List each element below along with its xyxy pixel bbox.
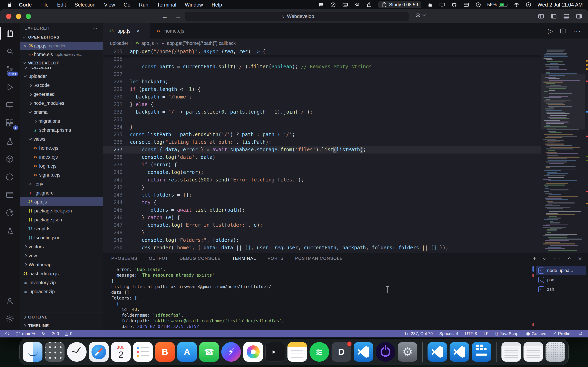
dock-terminal[interactable]: >_	[265, 342, 285, 362]
file-uploader.zip[interactable]: ▦uploader.zip	[20, 287, 103, 296]
file-tsconfig.json[interactable]: {}tsconfig.json	[20, 233, 103, 242]
toggle-panel-icon[interactable]	[563, 13, 570, 20]
menu-item-terminal[interactable]: Terminal	[153, 2, 181, 8]
folder-TODOLIST[interactable]: TODOLIST	[20, 67, 103, 72]
dock-messenger[interactable]: ⚡	[221, 342, 241, 362]
dock-app-store[interactable]: A	[177, 342, 197, 362]
dock-vscode[interactable]	[354, 342, 373, 362]
dock-whatsapp[interactable]: ☎	[199, 342, 219, 362]
file-hashedmap.js[interactable]: JShashedmap.js	[20, 269, 103, 278]
open-editor-app.js[interactable]: ×JSapp.jsuploader	[20, 42, 103, 50]
menu-item-window[interactable]: Window	[181, 2, 207, 8]
more-actions-icon[interactable]: ···	[573, 27, 581, 34]
activity-source-control[interactable]: 16K+	[0, 60, 20, 78]
folder-generated[interactable]: generated	[20, 90, 103, 99]
minimize-window-button[interactable]	[16, 14, 21, 19]
focus-timer[interactable]: Study 0:08:59	[378, 1, 421, 8]
folder-vectors[interactable]: vectors	[20, 242, 103, 251]
activity-testing[interactable]	[0, 132, 20, 150]
activity-remote[interactable]	[0, 96, 20, 114]
breadcrumb-item[interactable]: ◆app.get("/home{/*path}") callback	[160, 41, 236, 46]
dock-window-doc[interactable]	[502, 342, 521, 362]
apple-menu-icon[interactable]	[5, 2, 13, 8]
file-home.ejs[interactable]: <>home.ejs	[20, 143, 103, 152]
activity-prisma[interactable]	[0, 222, 20, 240]
file-Inventory.zip[interactable]: ▦Inventory.zip	[20, 278, 103, 287]
zoom-window-button[interactable]	[26, 14, 31, 19]
dock-reminders[interactable]	[133, 342, 153, 362]
terminal-session-nodeuploa[interactable]: >_node uploa...	[536, 266, 586, 275]
lock-icon[interactable]	[427, 2, 433, 8]
file-script.ts[interactable]: TSscript.ts	[20, 224, 103, 233]
close-tab-icon[interactable]: ×	[137, 28, 140, 34]
window-titlebar[interactable]: ← → Webdevelop	[0, 9, 588, 23]
minimap[interactable]	[541, 48, 588, 253]
paw-icon[interactable]	[354, 2, 360, 8]
folder-.vscode[interactable]: .vscode	[20, 81, 103, 90]
back-button[interactable]: ←	[161, 13, 168, 20]
file-signup.ejs[interactable]: <>signup.ejs	[20, 170, 103, 179]
remote-indicator[interactable]	[5, 331, 9, 336]
dock-vscode[interactable]	[428, 342, 447, 362]
folder-node_modules[interactable]: node_modules	[20, 99, 103, 108]
terminal-dropdown-icon[interactable]	[543, 256, 547, 260]
panel-tab-debug-console[interactable]: DEBUG CONSOLE	[180, 253, 221, 264]
forward-button[interactable]: →	[175, 13, 181, 20]
sync[interactable]: ↻	[42, 331, 45, 336]
dock-trash[interactable]	[545, 342, 565, 362]
dock-spotify[interactable]: ≋	[310, 342, 329, 362]
terminal-session-zsh[interactable]: >_zsh	[536, 285, 586, 294]
activity-extensions[interactable]: 1	[0, 114, 20, 132]
terminal-session-psql[interactable]: >_psql	[536, 275, 586, 285]
file-login.ejs[interactable]: <>login.ejs	[20, 161, 103, 170]
minimap-viewport[interactable]	[541, 75, 585, 129]
folder-vew[interactable]: vew	[20, 251, 103, 260]
menu-item-code[interactable]: Code	[15, 2, 36, 8]
folder-uploader[interactable]: uploader	[20, 72, 103, 81]
close-window-button[interactable]	[6, 14, 11, 19]
activity-search[interactable]	[0, 42, 20, 60]
warnings[interactable]: △0	[65, 331, 72, 336]
dock-clock[interactable]	[67, 342, 86, 362]
keyboard-icon[interactable]	[342, 2, 348, 8]
compass-icon[interactable]	[330, 2, 336, 8]
messages-icon[interactable]	[318, 2, 324, 8]
panel-tab-problems[interactable]: PROBLEMS	[111, 253, 138, 264]
menu-item-help[interactable]: Help	[207, 2, 226, 8]
play-circle-icon[interactable]	[475, 2, 481, 8]
git-branch[interactable]: main*+	[16, 331, 35, 336]
customize-layout-icon[interactable]	[538, 13, 544, 20]
menu-item-selection[interactable]: Selection	[70, 2, 100, 8]
notifications[interactable]	[579, 331, 583, 336]
activity-window[interactable]	[0, 186, 20, 204]
activity-run-debug[interactable]	[0, 78, 20, 96]
menu-item-go[interactable]: Go	[120, 2, 135, 8]
activity-gradle[interactable]	[0, 204, 20, 222]
menubar-clock[interactable]: Wed 2 Jul 11:04 AM	[537, 2, 583, 8]
maximize-panel-icon[interactable]	[568, 257, 571, 261]
encoding[interactable]: UTF-8	[465, 331, 477, 336]
dock-photos[interactable]	[243, 342, 263, 362]
command-center-search[interactable]: Webdevelop	[185, 12, 409, 21]
dock-safari[interactable]	[89, 342, 109, 362]
section-outline[interactable]: OUTLINE	[20, 313, 103, 321]
dock-brave[interactable]: B	[155, 342, 175, 362]
section-open-editors[interactable]: OPEN EDITORS	[20, 33, 103, 42]
tab-app.js[interactable]: JSapp.js×	[103, 23, 150, 39]
new-terminal-button[interactable]: +	[533, 255, 536, 262]
panel-tab-postman-console[interactable]: POSTMAN CONSOLE	[295, 253, 343, 264]
dock-calendar[interactable]: JUL2	[111, 342, 131, 362]
card-icon[interactable]	[463, 2, 469, 8]
activity-explorer[interactable]	[0, 25, 20, 42]
dock-finder[interactable]	[23, 342, 43, 362]
toggle-primary-sidebar-icon[interactable]	[550, 13, 557, 20]
file-package-lock.json[interactable]: {}package-lock.json	[20, 206, 103, 215]
dock-docker[interactable]	[472, 342, 491, 362]
dock-window-doc[interactable]	[523, 342, 543, 362]
dock-settings[interactable]: ⚙	[398, 342, 417, 362]
menu-item-file[interactable]: File	[36, 2, 53, 8]
file-.env[interactable]: ⚙.env	[20, 179, 103, 188]
menu-item-edit[interactable]: Edit	[53, 2, 70, 8]
breadcrumb-item[interactable]: uploader	[110, 41, 129, 46]
indentation[interactable]: Spaces: 4	[439, 331, 458, 336]
